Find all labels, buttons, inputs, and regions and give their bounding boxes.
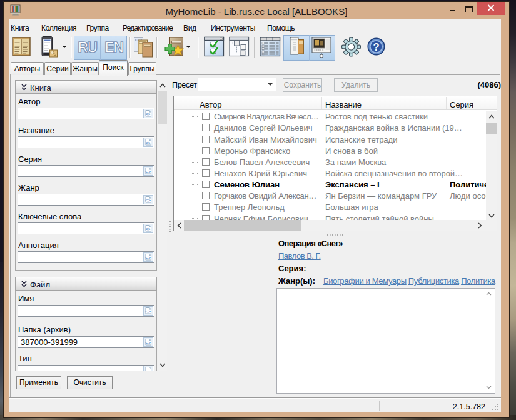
svg-text:<>: <> bbox=[145, 255, 151, 261]
svg-text:<>: <> bbox=[145, 340, 151, 346]
svg-text:<>: <> bbox=[145, 226, 151, 232]
svg-text:<>: <> bbox=[145, 198, 151, 203]
svg-text:<>: <> bbox=[145, 140, 151, 146]
svg-text:<>: <> bbox=[145, 309, 151, 314]
svg-text:<>: <> bbox=[145, 111, 151, 117]
svg-text:<>: <> bbox=[145, 169, 151, 174]
svg-text:?: ? bbox=[373, 41, 379, 52]
